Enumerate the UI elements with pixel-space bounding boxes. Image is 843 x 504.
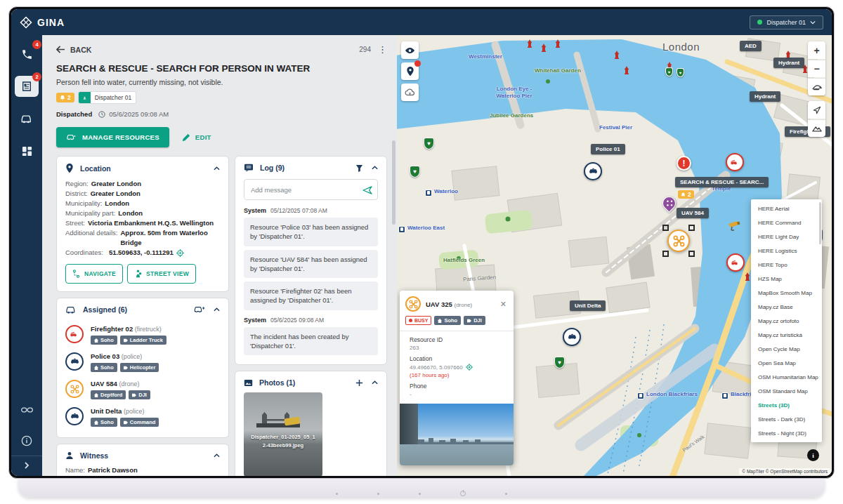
map-view[interactable]: London Westminster Whitehall Garden Lond…	[397, 35, 832, 476]
layer-option[interactable]: Mapy.cz ortofoto	[751, 314, 822, 328]
kebab-menu-button[interactable]: ⋮	[378, 45, 387, 54]
map-pin-icon	[406, 67, 414, 77]
layer-option[interactable]: HZS Map	[751, 272, 822, 286]
police-marker[interactable]	[584, 162, 602, 180]
uav325-selected-marker[interactable]	[662, 225, 695, 257]
zoom-out-button[interactable]: −	[808, 60, 825, 77]
layer-option[interactable]: Open Sea Map	[751, 356, 822, 370]
firetruck-marker[interactable]	[726, 253, 745, 272]
cloud-sync-icon	[405, 88, 415, 97]
hydrant-marker[interactable]	[526, 39, 533, 48]
close-icon[interactable]: ✕	[499, 300, 508, 309]
sidebar-item-calls[interactable]: 4	[15, 44, 39, 65]
layer-option-active[interactable]: Streets (3D)	[751, 398, 822, 412]
layer-option[interactable]: OSM Standard Map	[751, 384, 822, 398]
layer-option[interactable]: OSM Humanitarian Map	[751, 370, 822, 384]
sidebar-expand-button[interactable]	[11, 456, 42, 476]
locate-button[interactable]	[808, 101, 825, 119]
zoom-in-button[interactable]: +	[808, 41, 825, 59]
hydrant-marker[interactable]	[554, 39, 561, 48]
log-group-header: System05/12/2025 07:08 AM	[244, 207, 378, 214]
popup-photo[interactable]	[400, 404, 514, 465]
back-button[interactable]: BACK	[56, 46, 91, 54]
resource-type: (police)	[124, 408, 145, 415]
type-tag: Helicopter	[120, 363, 159, 372]
assigned-resource-row[interactable]: Unit Delta (police) Soho Command	[65, 407, 220, 427]
sidebar-item-info[interactable]	[15, 430, 39, 451]
sidebar-item-resources[interactable]	[15, 108, 39, 129]
witness-card: Witness Name:Patrick Dawson Phone:447386…	[56, 444, 229, 476]
log-message: The incident has been created by 'Dispat…	[244, 327, 378, 356]
dispatcher-menu-button[interactable]: Dispatcher 01	[750, 15, 823, 29]
navigate-button[interactable]: NAVIGATE	[65, 264, 123, 284]
manage-resources-button[interactable]: MANAGE RESOURCES	[56, 127, 169, 147]
crosshair-icon[interactable]	[466, 364, 473, 371]
drone-icon	[65, 380, 84, 398]
chevron-up-icon[interactable]	[214, 453, 220, 458]
location-field: Municipality:London	[65, 199, 220, 208]
map-info-button[interactable]: i	[807, 449, 819, 461]
incident-marker[interactable]: !	[677, 156, 691, 171]
sidebar: 4 2	[11, 35, 42, 476]
bezel-controls	[18, 491, 825, 496]
location-field: Region:Greater London	[65, 179, 220, 189]
layer-option[interactable]: Streets - Night (3D)	[751, 426, 822, 440]
layer-option[interactable]: Open Cycle Map	[751, 342, 822, 356]
layer-option[interactable]: Streets - Dark (3D)	[751, 412, 822, 426]
firetruck-marker[interactable]	[726, 153, 744, 171]
sidebar-item-dashboard[interactable]	[15, 140, 39, 161]
layer-option[interactable]: Mapy.cz turistická	[751, 328, 822, 342]
edit-button[interactable]: EDIT	[182, 133, 211, 142]
chevron-up-icon[interactable]	[214, 307, 220, 312]
assigned-resource-row[interactable]: UAV 584 (drone) Deptford DJI	[65, 380, 220, 399]
send-message-button[interactable]	[362, 185, 372, 197]
bezel-dot	[336, 493, 338, 495]
crosshair-icon[interactable]	[176, 249, 184, 257]
assigned-resource-row[interactable]: Police 03 (police) Soho Helicopter	[65, 352, 220, 372]
hydrant-marker[interactable]	[744, 272, 751, 281]
incident-alarm-badge: 2	[678, 190, 694, 199]
layer-option[interactable]: HERE Aerial	[751, 201, 822, 215]
chevron-up-icon[interactable]	[372, 166, 378, 170]
type-tag: Command	[120, 418, 159, 427]
tilt-3d-button[interactable]	[808, 78, 825, 95]
tilt-icon	[812, 84, 822, 91]
assigned-resource-row[interactable]: Firefighter 02 (firetruck) Soho Ladder T…	[65, 325, 220, 345]
chevron-up-icon[interactable]	[214, 166, 220, 171]
layer-option[interactable]: HERE Logistics	[751, 244, 822, 258]
location-field: Additional details:Approx. 50m from Wate…	[65, 228, 220, 248]
layer-option[interactable]: Mapy.cz Base	[751, 300, 822, 314]
hydrant-marker[interactable]	[613, 51, 620, 60]
station-tag: Soho	[434, 316, 461, 325]
witness-title: Witness	[80, 451, 108, 460]
chevron-up-icon[interactable]	[372, 380, 378, 385]
place-label: Waterloo East	[398, 225, 445, 233]
photo-thumbnail[interactable]: Dispatcher_01-2025_05_12-43beeb99.jpeg	[244, 392, 322, 476]
layer-option[interactable]: HERE Light Day	[751, 230, 822, 244]
alarm-count: 2	[67, 94, 71, 101]
layer-option[interactable]: MapBox Smooth Map	[751, 286, 822, 300]
add-photo-icon[interactable]	[355, 379, 363, 387]
hydrant-marker[interactable]	[623, 66, 630, 75]
add-vehicle-icon[interactable]	[194, 305, 205, 314]
filter-icon[interactable]	[355, 164, 363, 172]
place-label: Westminster	[469, 53, 502, 60]
mountain-layers-icon	[812, 125, 822, 132]
poi-layers-button[interactable]	[401, 62, 419, 80]
basemap-button[interactable]	[808, 119, 825, 137]
sidebar-item-links[interactable]	[15, 399, 39, 420]
layer-option[interactable]: HERE Topo	[751, 258, 822, 272]
cctv-camera-marker[interactable]	[727, 220, 741, 232]
owner-badge: Dispatcher 01	[78, 91, 136, 104]
layers-menu-scrollbar[interactable]	[819, 202, 821, 244]
panel-scrollbar[interactable]	[392, 140, 396, 225]
sidebar-item-incidents[interactable]: 2	[15, 76, 39, 97]
hydrant-marker[interactable]	[540, 44, 547, 53]
layer-option[interactable]: HERE Command	[751, 215, 822, 230]
visibility-toggle-button[interactable]	[401, 41, 419, 59]
incident-timestamp: 05/6/2025 09:08 AM	[109, 110, 169, 118]
police-marker[interactable]	[563, 328, 581, 346]
add-message-input[interactable]	[244, 179, 378, 200]
street-view-button[interactable]: STREET VIEW	[127, 264, 196, 284]
sync-button[interactable]	[401, 84, 419, 101]
